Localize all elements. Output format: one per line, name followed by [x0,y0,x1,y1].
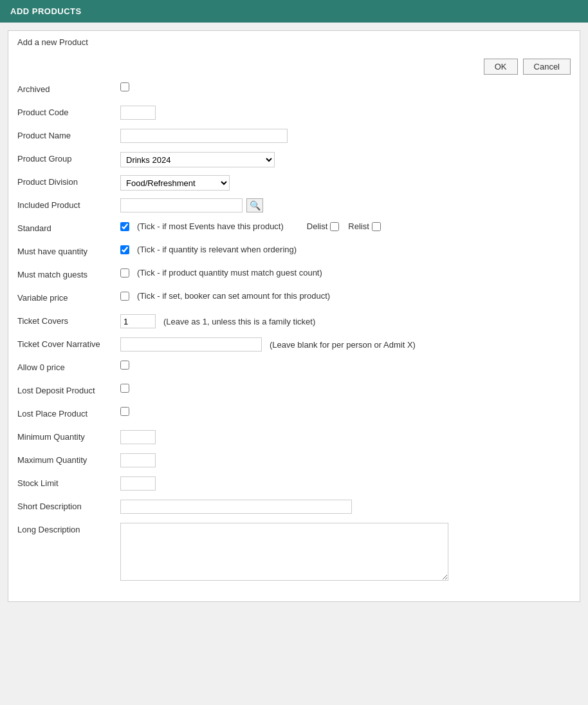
must-match-guests-checkbox[interactable] [120,268,129,277]
ticket-covers-input[interactable] [120,314,156,328]
minimum-qty-input[interactable] [120,430,156,444]
product-code-label: Product Code [17,106,120,117]
maximum-qty-control [120,453,571,467]
form-title: Add a new Product [8,31,580,53]
long-description-row: Long Description [17,523,571,581]
variable-price-checkbox[interactable] [120,292,129,301]
cancel-button[interactable]: Cancel [523,59,571,75]
included-product-input[interactable] [120,198,243,212]
form-container: Add a new Product OK Cancel Archived Pro… [8,30,580,602]
lost-place-label: Lost Place Product [17,407,120,418]
short-description-row: Short Description [17,500,571,515]
ticket-cover-narrative-control: (Leave blank for per person or Admit X) [120,337,571,352]
variable-price-row: Variable price (Tick - if set, booker ca… [17,291,571,306]
archived-control [120,82,571,91]
must-have-qty-checkbox[interactable] [120,245,129,254]
search-icon: 🔍 [250,200,261,211]
product-name-control [120,129,571,143]
product-code-control [120,106,571,120]
long-description-control [120,523,571,581]
stock-limit-input[interactable] [120,476,156,491]
variable-price-hint: (Tick - if set, booker can set amount fo… [137,291,330,301]
archived-label: Archived [17,82,120,94]
must-have-qty-row: Must have quantity (Tick - if quantity i… [17,245,571,260]
delist-checkbox[interactable] [330,222,339,231]
must-have-qty-label: Must have quantity [17,245,120,256]
ticket-cover-narrative-label: Ticket Cover Narrative [17,337,120,349]
standard-row: Standard (Tick - if most Events have thi… [17,221,571,237]
maximum-qty-row: Maximum Quantity [17,453,571,469]
allow-0-price-label: Allow 0 price [17,361,120,372]
variable-price-label: Variable price [17,291,120,303]
delist-relist-group: Delist Relist [307,221,381,231]
short-description-label: Short Description [17,500,120,511]
product-code-input[interactable] [120,106,156,120]
minimum-qty-control [120,430,571,444]
page-title: ADD PRODUCTS [10,6,82,16]
archived-checkbox[interactable] [120,82,129,91]
delist-label: Delist [307,221,328,231]
must-have-qty-control: (Tick - if quantity is relevant when ord… [120,245,571,254]
short-description-control [120,500,571,514]
ticket-cover-narrative-input[interactable] [120,337,262,352]
must-have-qty-hint: (Tick - if quantity is relevant when ord… [137,245,297,254]
long-description-label: Long Description [17,523,120,534]
ticket-covers-hint: (Leave as 1, unless this is a family tic… [163,317,315,326]
product-division-row: Product Division Food/Refreshment [17,175,571,191]
product-name-label: Product Name [17,129,120,140]
product-division-label: Product Division [17,175,120,187]
lost-deposit-control [120,384,571,393]
must-match-guests-row: Must match guests (Tick - if product qua… [17,268,571,283]
form-body: Archived Product Code Product Name Produ… [8,82,580,601]
product-group-row: Product Group Drinks 2024 [17,152,571,167]
ok-button[interactable]: OK [484,59,518,75]
allow-0-price-row: Allow 0 price [17,361,571,376]
product-code-row: Product Code [17,106,571,121]
standard-hint: (Tick - if most Events have this product… [137,221,284,231]
toolbar: OK Cancel [8,53,580,82]
lost-place-checkbox[interactable] [120,407,129,416]
stock-limit-label: Stock Limit [17,476,120,488]
short-description-input[interactable] [120,500,352,514]
included-product-label: Included Product [17,198,120,210]
product-division-control: Food/Refreshment [120,175,571,191]
product-group-select[interactable]: Drinks 2024 [120,152,275,167]
ticket-covers-control: (Leave as 1, unless this is a family tic… [120,314,571,328]
ticket-cover-narrative-hint: (Leave blank for per person or Admit X) [270,340,416,350]
standard-label: Standard [17,221,120,233]
standard-control: (Tick - if most Events have this product… [120,221,571,231]
minimum-qty-row: Minimum Quantity [17,430,571,446]
allow-0-price-checkbox[interactable] [120,361,129,370]
allow-0-price-control [120,361,571,370]
maximum-qty-input[interactable] [120,453,156,467]
lost-place-control [120,407,571,416]
stock-limit-control [120,476,571,491]
product-group-control: Drinks 2024 [120,152,571,167]
archived-row: Archived [17,82,571,98]
lost-deposit-row: Lost Deposit Product [17,384,571,399]
maximum-qty-label: Maximum Quantity [17,453,120,465]
relist-label: Relist [348,221,369,231]
minimum-qty-label: Minimum Quantity [17,430,120,442]
relist-checkbox[interactable] [372,222,381,231]
relist-item: Relist [348,221,381,231]
product-division-select[interactable]: Food/Refreshment [120,175,230,191]
ticket-covers-label: Ticket Covers [17,314,120,326]
included-product-control: 🔍 [120,198,571,212]
must-match-guests-label: Must match guests [17,268,120,279]
included-product-row: Included Product 🔍 [17,198,571,214]
long-description-textarea[interactable] [120,523,448,581]
must-match-guests-hint: (Tick - if product quantity must match g… [137,268,322,277]
page-header: ADD PRODUCTS [0,0,588,23]
standard-checkbox[interactable] [120,222,129,231]
must-match-guests-control: (Tick - if product quantity must match g… [120,268,571,277]
lost-deposit-label: Lost Deposit Product [17,384,120,395]
lost-place-row: Lost Place Product [17,407,571,422]
product-name-input[interactable] [120,129,288,143]
ticket-cover-narrative-row: Ticket Cover Narrative (Leave blank for … [17,337,571,353]
lost-deposit-checkbox[interactable] [120,384,129,393]
product-name-row: Product Name [17,129,571,144]
included-product-search-button[interactable]: 🔍 [246,198,263,212]
stock-limit-row: Stock Limit [17,476,571,492]
product-group-label: Product Group [17,152,120,164]
